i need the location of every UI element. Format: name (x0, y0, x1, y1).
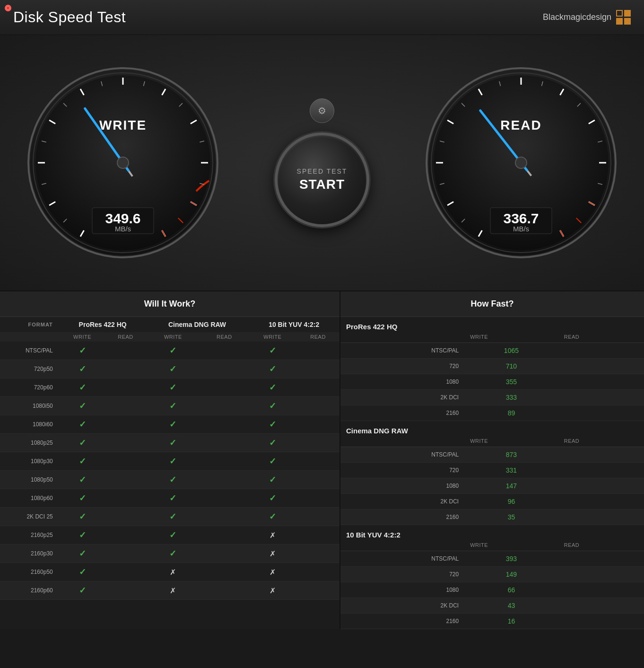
speed-label-col (340, 541, 464, 551)
close-button[interactable]: × (5, 5, 11, 11)
dng-read-header: READ (200, 332, 248, 342)
speed-write-val: 331 (464, 463, 558, 478)
p422hq-write: ✓ (60, 471, 105, 489)
check-icon: ✓ (269, 512, 276, 521)
speed-row-label: 1080 (340, 582, 464, 598)
speed-row-label: 720 (340, 567, 464, 582)
yuv-read (296, 397, 339, 415)
group-header-row: FORMAT ProRes 422 HQ Cinema DNG RAW 10 B… (0, 317, 339, 332)
speed-row-label: 2K DCI (340, 390, 464, 405)
check-icon: ✓ (169, 493, 176, 503)
speed-col-header-row: WRITEREAD (340, 437, 644, 447)
speed-label-col (340, 333, 464, 343)
p422hq-read (105, 581, 146, 600)
p422hq-read (105, 489, 146, 508)
check-icon: ✓ (79, 346, 86, 355)
empty-col (0, 332, 60, 342)
speed-data-row: 720 710 (340, 359, 644, 374)
dng-read (200, 581, 248, 600)
speed-read-val (558, 510, 644, 525)
speed-write-val: 1065 (464, 343, 558, 359)
cross-icon: ✗ (170, 568, 176, 576)
speed-data-row: 2K DCI 43 (340, 598, 644, 614)
yuv-read (296, 526, 339, 545)
p422hq-read (105, 508, 146, 526)
settings-button[interactable]: ⚙ (310, 98, 334, 123)
dng-read (200, 508, 248, 526)
check-icon: ✓ (79, 586, 86, 595)
format-row: 2160p25✓✓✗ (0, 526, 339, 545)
check-icon: ✓ (79, 401, 86, 411)
svg-point-66 (515, 157, 527, 168)
check-icon: ✓ (79, 567, 86, 577)
check-icon: ✓ (269, 346, 276, 355)
check-icon: ✓ (79, 512, 86, 521)
format-label: 2160p25 (0, 526, 60, 545)
yuv-read (296, 581, 339, 600)
speed-row-label: 720 (340, 359, 464, 374)
dng-read (200, 397, 248, 415)
check-icon: ✓ (79, 383, 86, 392)
right-panel-header: How Fast? (340, 291, 644, 317)
svg-point-31 (117, 157, 129, 168)
speed-read-val (558, 359, 644, 374)
yuv-read (296, 563, 339, 581)
cross-icon: ✗ (170, 587, 176, 595)
speed-write-val: 393 (464, 551, 558, 567)
check-icon: ✓ (79, 457, 86, 466)
speed-data-row: 1080 147 (340, 478, 644, 494)
yuv-write: ✓ (248, 452, 296, 471)
format-label: 2K DCI 25 (0, 508, 60, 526)
gauges-section: WRITE 349.6 MB/s ⚙ SPEED TEST START (0, 35, 644, 290)
check-icon: ✓ (269, 438, 276, 448)
check-icon: ✓ (79, 530, 86, 540)
format-row: 1080p30✓✓✓ (0, 452, 339, 471)
speed-col-header-row: WRITEREAD (340, 333, 644, 343)
speed-group-name: Cinema DNG RAW (340, 421, 644, 437)
dng-write: ✓ (146, 545, 200, 563)
dng-write: ✓ (146, 508, 200, 526)
speed-row-label: NTSC/PAL (340, 447, 464, 463)
p422hq-write: ✓ (60, 508, 105, 526)
speed-write-val: 35 (464, 510, 558, 525)
p422hq-read (105, 378, 146, 397)
start-btn-top-label: SPEED TEST (297, 167, 348, 175)
dng-read (200, 471, 248, 489)
speed-data-row: 2160 16 (340, 614, 644, 629)
check-icon: ✓ (269, 383, 276, 392)
p422hq-write: ✓ (60, 360, 105, 378)
yuv-write: ✓ (248, 471, 296, 489)
dng-write: ✓ (146, 452, 200, 471)
format-row: 2K DCI 25✓✓✓ (0, 508, 339, 526)
p422hq-read (105, 434, 146, 452)
p422hq-read (105, 397, 146, 415)
check-icon: ✓ (169, 512, 176, 521)
check-icon: ✓ (169, 420, 176, 429)
speed-read-val (558, 374, 644, 390)
speed-row-label: 1080 (340, 374, 464, 390)
format-label: 1080p60 (0, 489, 60, 508)
dng-write: ✓ (146, 360, 200, 378)
dng-group-header: Cinema DNG RAW (146, 317, 249, 332)
subheader-row: WRITE READ WRITE READ WRITE READ (0, 332, 339, 342)
dng-read (200, 545, 248, 563)
read-gauge-svg: READ 336.7 MB/s (422, 63, 620, 262)
dng-write: ✗ (146, 581, 200, 600)
speed-write-col: WRITE (464, 333, 558, 343)
p422hq-write: ✓ (60, 452, 105, 471)
start-button[interactable]: SPEED TEST START (275, 132, 369, 227)
dng-read (200, 342, 248, 360)
svg-text:349.6: 349.6 (105, 211, 140, 226)
format-row: 2160p30✓✓✗ (0, 545, 339, 563)
speed-data-row: NTSC/PAL 873 (340, 447, 644, 463)
dng-write: ✓ (146, 489, 200, 508)
cross-icon: ✗ (270, 587, 276, 595)
speed-data-row: 2160 89 (340, 405, 644, 421)
speed-write-val: 43 (464, 598, 558, 614)
settings-icon: ⚙ (318, 105, 326, 116)
speed-data-row: 1080 355 (340, 374, 644, 390)
format-col-header: FORMAT (0, 317, 60, 332)
yuv-read (296, 508, 339, 526)
speed-label-col (340, 437, 464, 447)
speed-row-label: 2160 (340, 510, 464, 525)
